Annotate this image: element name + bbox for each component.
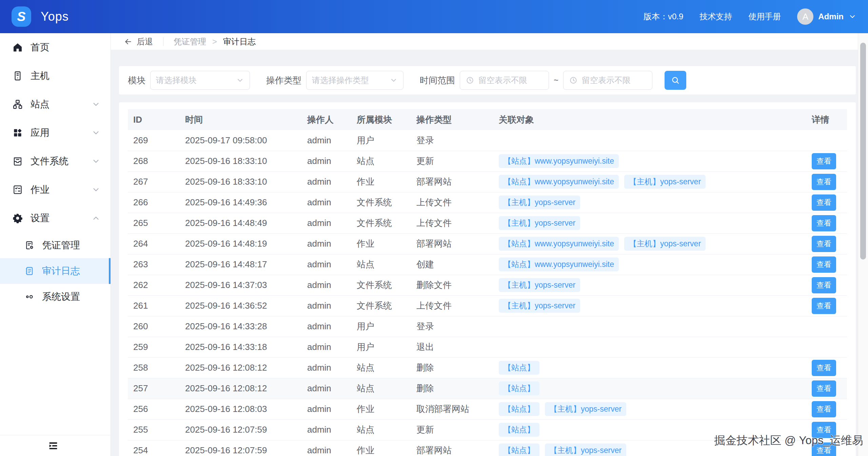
collapse-menu-icon[interactable] <box>47 440 59 452</box>
related-object-tag: 【站点】 <box>499 361 539 375</box>
sidebar-item-home[interactable]: 首页 <box>0 33 111 62</box>
row-module: 用户 <box>351 130 411 151</box>
row-related-objects: 【站点】【主机】yops-server <box>493 440 806 456</box>
view-detail-button[interactable]: 查看 <box>812 174 836 190</box>
column-header: 操作人 <box>302 109 351 130</box>
table-row: 2692025-09-17 09:58:00admin用户登录 <box>128 130 847 151</box>
chevron-down-icon <box>92 185 100 194</box>
view-detail-button[interactable]: 查看 <box>812 194 836 211</box>
view-detail-button[interactable]: 查看 <box>812 380 836 397</box>
row-detail-cell: 查看 <box>806 213 847 233</box>
row-id: 260 <box>128 316 180 337</box>
row-detail-cell: 查看 <box>806 440 847 456</box>
sidebar-item-settings[interactable]: 设置 <box>0 204 111 232</box>
row-module: 站点 <box>351 419 411 440</box>
row-related-objects <box>493 337 806 357</box>
row-action: 上传文件 <box>411 295 493 316</box>
view-detail-button[interactable]: 查看 <box>812 215 836 231</box>
row-module: 作业 <box>351 399 411 419</box>
row-time: 2025-09-16 14:48:49 <box>180 213 302 233</box>
row-time: 2025-09-16 14:37:03 <box>180 275 302 295</box>
chevron-down-icon <box>92 157 100 166</box>
app-header: S Yops 版本：v0.9 技术支持 使用手册 A Admin <box>0 0 868 33</box>
sidebar-item-filesystem[interactable]: 文件系统 <box>0 147 111 175</box>
back-button[interactable]: 后退 <box>124 36 153 47</box>
row-module: 文件系统 <box>351 295 411 316</box>
clock-icon <box>569 76 578 85</box>
audit-log-table: ID时间操作人所属模块操作类型关联对象详情 2692025-09-17 09:5… <box>128 109 847 456</box>
breadcrumb: 后退 凭证管理 > 审计日志 <box>111 33 868 50</box>
related-object-tag: 【站点】 <box>499 443 539 456</box>
row-id: 264 <box>128 233 180 254</box>
time-start-input[interactable]: 留空表示不限 <box>460 71 549 90</box>
support-link[interactable]: 技术支持 <box>699 11 732 22</box>
row-related-objects: 【站点】www.yopsyunweiyi.site【主机】yops-server <box>493 171 806 192</box>
related-object-tag: 【主机】yops-server <box>545 402 626 416</box>
row-operator: admin <box>302 130 351 151</box>
sidebar-item-system-settings[interactable]: 系统设置 <box>0 284 111 310</box>
row-time: 2025-09-16 12:08:03 <box>180 399 302 419</box>
sidebar-item-audit-log[interactable]: 审计日志 <box>0 258 111 284</box>
row-id: 258 <box>128 357 180 378</box>
row-action: 删除 <box>411 357 493 378</box>
row-related-objects: 【主机】yops-server <box>493 213 806 233</box>
view-detail-button[interactable]: 查看 <box>812 256 836 273</box>
row-action: 部署网站 <box>411 440 493 456</box>
action-type-select[interactable]: 请选择操作类型 <box>306 71 403 90</box>
view-detail-button[interactable]: 查看 <box>812 401 836 417</box>
search-button[interactable] <box>665 71 686 90</box>
row-action: 退出 <box>411 337 493 357</box>
brand-title: Yops <box>41 9 69 24</box>
breadcrumb-parent[interactable]: 凭证管理 <box>174 36 206 47</box>
view-detail-button[interactable]: 查看 <box>812 360 836 376</box>
module-filter-label: 模块 <box>128 75 145 86</box>
sidebar-item-sites[interactable]: 站点 <box>0 90 111 119</box>
audit-log-icon <box>24 266 35 276</box>
sidebar-item-jobs[interactable]: 作业 <box>0 175 111 204</box>
chevron-down-icon <box>92 100 100 109</box>
app-logo-icon[interactable]: S <box>12 6 31 27</box>
table-row: 2662025-09-16 14:49:36admin文件系统上传文件【主机】y… <box>128 192 847 213</box>
row-action: 登录 <box>411 130 493 151</box>
view-detail-button[interactable]: 查看 <box>812 442 836 456</box>
row-operator: admin <box>302 399 351 419</box>
related-object-tag: 【主机】yops-server <box>499 195 580 209</box>
table-row: 2582025-09-16 12:08:12admin站点删除【站点】查看 <box>128 357 847 378</box>
view-detail-button[interactable]: 查看 <box>812 153 836 169</box>
view-detail-button[interactable]: 查看 <box>812 277 836 293</box>
row-id: 265 <box>128 213 180 233</box>
chevron-up-icon <box>92 214 100 223</box>
row-related-objects: 【主机】yops-server <box>493 192 806 213</box>
scrollbar-track[interactable] <box>858 33 868 456</box>
row-time: 2025-09-17 09:58:00 <box>180 130 302 151</box>
time-end-input[interactable]: 留空表示不限 <box>563 71 652 90</box>
view-detail-button[interactable]: 查看 <box>812 422 836 438</box>
page-root: S Yops 版本：v0.9 技术支持 使用手册 A Admin 首页 主 <box>0 0 868 456</box>
sidebar-item-credentials[interactable]: 凭证管理 <box>0 232 111 258</box>
sidebar-item-apps[interactable]: 应用 <box>0 119 111 147</box>
row-module: 作业 <box>351 171 411 192</box>
row-time: 2025-09-16 18:33:10 <box>180 151 302 171</box>
view-detail-button[interactable]: 查看 <box>812 236 836 252</box>
related-object-tag: 【主机】yops-server <box>545 443 626 456</box>
table-row: 2612025-09-16 14:36:52admin文件系统上传文件【主机】y… <box>128 295 847 316</box>
row-time: 2025-09-16 12:07:59 <box>180 419 302 440</box>
time-range-label: 时间范围 <box>420 75 455 86</box>
chevron-down-icon <box>92 128 100 137</box>
related-object-tag: 【主机】yops-server <box>624 175 706 189</box>
view-detail-button[interactable]: 查看 <box>812 298 836 314</box>
related-object-tag: 【主机】yops-server <box>499 299 580 313</box>
user-menu[interactable]: A Admin <box>797 8 856 25</box>
scrollbar-thumb[interactable] <box>860 43 866 260</box>
manual-link[interactable]: 使用手册 <box>748 11 781 22</box>
table-row: 2592025-09-16 14:33:18admin用户退出 <box>128 337 847 357</box>
row-action: 部署网站 <box>411 171 493 192</box>
table-row: 2562025-09-16 12:08:03admin作业取消部署网站【站点】【… <box>128 399 847 419</box>
sidebar-item-host[interactable]: 主机 <box>0 62 111 90</box>
row-module: 站点 <box>351 151 411 171</box>
module-select[interactable]: 请选择模块 <box>150 71 250 90</box>
gear-icon <box>12 213 23 224</box>
row-module: 文件系统 <box>351 275 411 295</box>
main-area: 后退 凭证管理 > 审计日志 模块 请选择模块 操作类型 <box>111 33 868 456</box>
table-row: 2642025-09-16 14:48:19admin作业部署网站【站点】www… <box>128 233 847 254</box>
